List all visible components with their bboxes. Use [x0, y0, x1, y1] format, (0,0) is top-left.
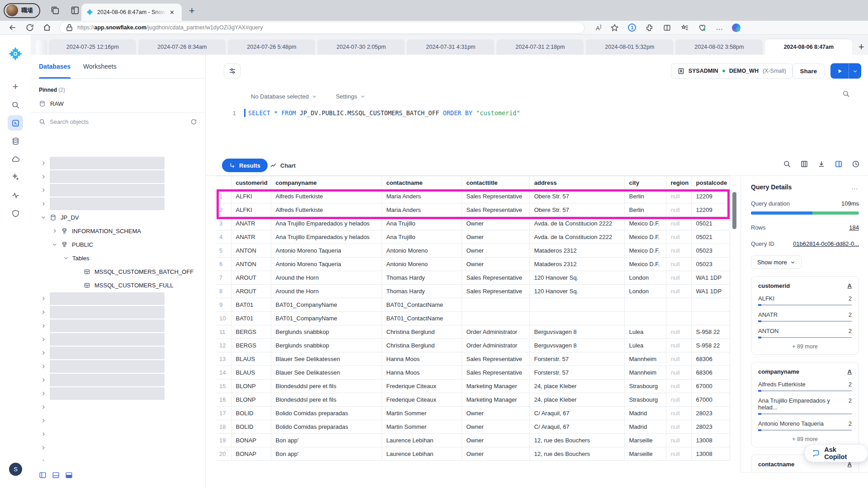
tree-row-redacted[interactable] [31, 170, 206, 183]
favorite-star-icon[interactable] [610, 23, 619, 32]
add-worksheet-icon[interactable]: + [854, 39, 868, 55]
table-cell[interactable]: Sales Representative [462, 366, 529, 380]
table-cell[interactable]: null [666, 380, 691, 393]
tab-databases[interactable]: Databases [39, 55, 71, 79]
table-cell[interactable]: BAT01 [231, 312, 271, 325]
table-cell[interactable]: BAT01 [231, 298, 271, 312]
table-cell[interactable]: Blauer See Delikatessen [271, 352, 382, 366]
settings-selector[interactable]: Settings [336, 93, 365, 100]
object-search[interactable]: Search objects [31, 113, 205, 131]
table-row[interactable]: 8AROUTAround the HornThomas HardySales R… [217, 285, 730, 298]
browser-tab[interactable]: 2024-08-06 8:47am - Snowfla ✕ [81, 4, 182, 21]
table-cell[interactable]: 05023 [691, 244, 730, 258]
table-cell[interactable]: Forsterstr. 57 [529, 366, 624, 380]
table-cell[interactable]: Berguvsvagen 8 [529, 339, 624, 352]
table-cell[interactable]: Obere Str. 57 [529, 190, 624, 203]
table-row[interactable]: 18BOLIDBolido Comidas preparadasMartin S… [217, 420, 730, 434]
tab-worksheets[interactable]: Worksheets [83, 55, 117, 79]
table-cell[interactable]: Berglunds snabbkop [271, 325, 382, 339]
table-cell[interactable]: C/ Araquil, 67 [529, 407, 624, 420]
table-row[interactable]: 17BOLIDBolido Comidas preparadasMartin S… [217, 407, 730, 420]
onepassword-icon[interactable]: 1 [628, 23, 636, 32]
table-cell[interactable]: BLAUS [231, 352, 271, 366]
table-cell[interactable]: Antonio Moreno [382, 258, 462, 271]
table-cell[interactable]: ANATR [231, 217, 271, 230]
tree-item-mssql_customers_full[interactable]: MSSQL_CUSTOMERS_FULL [31, 278, 206, 292]
read-aloud-icon[interactable]: A) [596, 23, 601, 32]
table-cell[interactable]: Laurence Lebihan [382, 447, 462, 461]
table-cell[interactable]: null [666, 366, 691, 380]
table-cell[interactable]: null [666, 203, 691, 217]
stat-value-row[interactable]: ALFKI2 [758, 295, 852, 305]
table-cell[interactable]: Berlin [624, 203, 666, 217]
table-cell[interactable]: Bolido Comidas preparadas [271, 407, 382, 420]
tree-row-redacted[interactable] [31, 455, 206, 461]
new-worksheet-icon[interactable]: + [8, 79, 23, 94]
worksheet-tab[interactable]: 2024-08-02 3:58pm [675, 39, 763, 55]
table-cell[interactable]: null [666, 339, 691, 352]
rows-count-link[interactable]: 184 [849, 224, 859, 231]
table-cell[interactable]: Blondesddsl pere et fils [271, 393, 382, 407]
table-cell[interactable]: 13008 [691, 447, 730, 461]
table-cell[interactable]: Bon app' [271, 447, 382, 461]
back-icon[interactable] [8, 23, 17, 32]
table-cell[interactable]: null [666, 325, 691, 339]
browser-essentials-icon[interactable] [698, 23, 707, 32]
tree-row-redacted[interactable] [31, 441, 206, 455]
tab-chart[interactable]: Chart [270, 159, 296, 172]
table-cell[interactable]: Owner [462, 244, 529, 258]
table-cell[interactable]: Frederique Citeaux [382, 380, 462, 393]
worksheet-tab[interactable]: 2024-07-30 2:05pm [317, 39, 405, 55]
refresh-icon[interactable] [25, 23, 34, 32]
tree-row-redacted[interactable] [31, 346, 206, 360]
table-cell[interactable]: 12, rue des Bouchers [529, 447, 624, 461]
table-cell[interactable]: 28023 [691, 407, 730, 420]
table-cell[interactable]: null [666, 434, 691, 447]
table-cell[interactable]: Lulea [624, 339, 666, 352]
column-header-contactname[interactable]: contactname [382, 176, 462, 190]
table-cell[interactable]: null [666, 285, 691, 298]
table-cell[interactable] [666, 298, 691, 312]
run-icon[interactable] [830, 63, 849, 79]
worksheets-icon[interactable] [8, 115, 23, 131]
table-cell[interactable]: Frederique Citeaux [382, 393, 462, 407]
worksheet-tab[interactable]: 2024-07-31 4:31pm [407, 39, 494, 55]
session-context-pill[interactable]: SYSADMIN DEMO_WH (X-Small) [671, 63, 793, 79]
stat-value-row[interactable]: Antonio Moreno Taqueria2 [758, 420, 852, 431]
table-cell[interactable]: Order Administrator [462, 339, 529, 352]
table-cell[interactable]: Maria Anders [382, 190, 462, 203]
vertical-tabs-icon[interactable] [70, 5, 80, 15]
table-cell[interactable]: null [666, 190, 691, 203]
table-cell[interactable] [529, 312, 624, 325]
table-cell[interactable]: Forsterstr. 57 [529, 352, 624, 366]
table-cell[interactable]: London [624, 285, 666, 298]
table-cell[interactable]: S-958 22 [691, 339, 730, 352]
table-cell[interactable]: Marketing Manager [462, 393, 529, 407]
column-header-customerid[interactable]: customerid [231, 176, 271, 190]
sort-alpha-icon[interactable]: A [848, 282, 852, 289]
table-cell[interactable]: null [666, 258, 691, 271]
show-more-button[interactable]: Show more [751, 255, 802, 269]
scrolled-tab-stub[interactable] [36, 39, 47, 55]
tree-item-information_schema[interactable]: INFORMATION_SCHEMA [31, 224, 206, 238]
table-cell[interactable]: Owner [462, 217, 529, 230]
table-cell[interactable]: Sales Representative [462, 285, 529, 298]
table-row[interactable]: 15BLONPBlondesddsl pere et filsFrederiqu… [217, 380, 730, 393]
table-row[interactable]: 5ANTONAntonio Moreno TaqueriaAntonio Mor… [217, 244, 730, 258]
tree-row-redacted[interactable] [31, 387, 206, 400]
worksheet-tab[interactable]: 2024-08-06 8:47am [765, 39, 852, 55]
table-cell[interactable] [624, 312, 666, 325]
table-cell[interactable]: Madrid [624, 420, 666, 434]
table-row[interactable]: 13BLAUSBlauer See DelikatessenHanna Moos… [217, 352, 730, 366]
stat-value-row[interactable]: Ana Trujillo Emparedados y helad...2 [758, 397, 852, 414]
new-tab-icon[interactable]: + [189, 6, 195, 15]
table-cell[interactable]: Bolido Comidas preparadas [271, 420, 382, 434]
table-cell[interactable]: Hanna Moos [382, 352, 462, 366]
refresh-objects-icon[interactable] [190, 118, 197, 125]
table-cell[interactable]: 05021 [691, 217, 730, 230]
split-screen-icon[interactable] [663, 23, 671, 32]
table-cell[interactable]: 05021 [691, 230, 730, 244]
sort-alpha-icon[interactable]: A [848, 368, 852, 375]
column-header-region[interactable]: region [666, 176, 691, 190]
table-cell[interactable]: Mannheim [624, 366, 666, 380]
